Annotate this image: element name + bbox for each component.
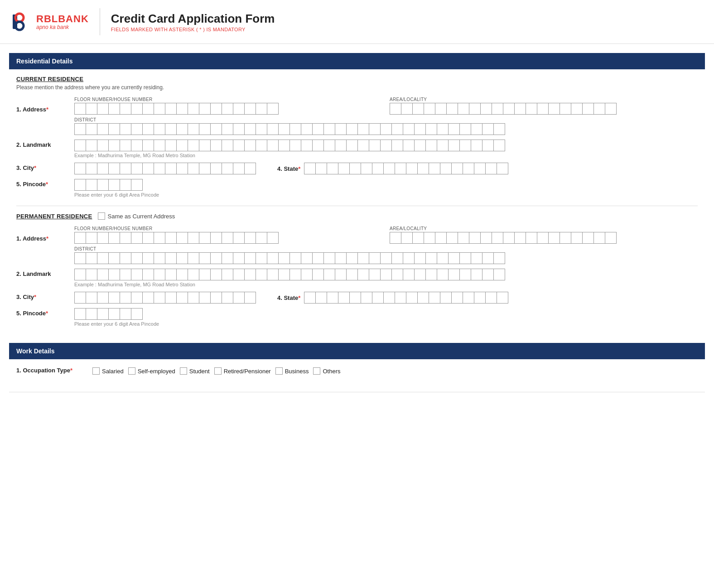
- char-box[interactable]: [74, 163, 86, 174]
- student-checkbox[interactable]: [180, 367, 187, 375]
- char-box[interactable]: [304, 292, 316, 304]
- char-box[interactable]: [154, 269, 165, 280]
- char-box[interactable]: [437, 123, 449, 135]
- char-box[interactable]: [560, 232, 571, 244]
- char-box[interactable]: [210, 163, 222, 174]
- char-box[interactable]: [188, 103, 199, 115]
- char-box[interactable]: [244, 292, 256, 304]
- current-pincode-boxes[interactable]: [74, 179, 159, 191]
- char-box[interactable]: [188, 252, 199, 264]
- char-box[interactable]: [233, 232, 245, 244]
- char-box[interactable]: [176, 103, 188, 115]
- char-box[interactable]: [131, 179, 143, 191]
- current-city-boxes[interactable]: [74, 163, 256, 174]
- occupation-option-others[interactable]: Others: [313, 367, 340, 375]
- char-box[interactable]: [514, 103, 526, 115]
- char-box[interactable]: [437, 252, 449, 264]
- char-box[interactable]: [482, 269, 494, 280]
- char-box[interactable]: [154, 123, 165, 135]
- char-box[interactable]: [131, 252, 143, 264]
- char-box[interactable]: [312, 123, 324, 135]
- char-box[interactable]: [417, 292, 429, 304]
- char-box[interactable]: [451, 292, 463, 304]
- char-box[interactable]: [471, 269, 482, 280]
- char-box[interactable]: [403, 252, 415, 264]
- char-box[interactable]: [361, 163, 372, 174]
- char-box[interactable]: [503, 232, 515, 244]
- char-box[interactable]: [346, 252, 358, 264]
- char-box[interactable]: [142, 269, 154, 280]
- char-box[interactable]: [369, 252, 381, 264]
- char-box[interactable]: [244, 269, 256, 280]
- char-box[interactable]: [412, 232, 424, 244]
- char-box[interactable]: [474, 163, 486, 174]
- char-box[interactable]: [244, 123, 256, 135]
- char-box[interactable]: [154, 163, 165, 174]
- char-box[interactable]: [199, 232, 211, 244]
- char-box[interactable]: [108, 103, 120, 115]
- char-box[interactable]: [463, 292, 474, 304]
- char-box[interactable]: [327, 163, 338, 174]
- char-box[interactable]: [97, 140, 109, 151]
- char-box[interactable]: [304, 163, 316, 174]
- char-box[interactable]: [154, 103, 165, 115]
- char-box[interactable]: [165, 140, 177, 151]
- char-box[interactable]: [514, 232, 526, 244]
- char-box[interactable]: [165, 269, 177, 280]
- char-box[interactable]: [74, 308, 86, 320]
- char-box[interactable]: [335, 269, 347, 280]
- char-box[interactable]: [131, 308, 143, 320]
- char-box[interactable]: [440, 163, 452, 174]
- char-box[interactable]: [142, 140, 154, 151]
- char-box[interactable]: [605, 103, 617, 115]
- char-box[interactable]: [459, 123, 471, 135]
- occupation-option-student[interactable]: Student: [180, 367, 210, 375]
- char-box[interactable]: [414, 140, 426, 151]
- char-box[interactable]: [97, 103, 109, 115]
- perm-city-boxes[interactable]: [74, 292, 256, 304]
- char-box[interactable]: [417, 163, 429, 174]
- char-box[interactable]: [278, 140, 290, 151]
- char-box[interactable]: [188, 292, 199, 304]
- char-box[interactable]: [323, 140, 335, 151]
- char-box[interactable]: [188, 269, 199, 280]
- char-box[interactable]: [165, 103, 177, 115]
- char-box[interactable]: [493, 269, 505, 280]
- char-box[interactable]: [401, 232, 413, 244]
- char-box[interactable]: [165, 163, 177, 174]
- char-box[interactable]: [188, 163, 199, 174]
- char-box[interactable]: [86, 179, 97, 191]
- char-box[interactable]: [323, 123, 335, 135]
- char-box[interactable]: [256, 269, 267, 280]
- char-box[interactable]: [446, 232, 458, 244]
- char-box[interactable]: [86, 163, 97, 174]
- char-box[interactable]: [154, 252, 165, 264]
- char-box[interactable]: [97, 179, 109, 191]
- char-box[interactable]: [369, 140, 381, 151]
- char-box[interactable]: [108, 252, 120, 264]
- char-box[interactable]: [267, 252, 279, 264]
- char-box[interactable]: [406, 163, 418, 174]
- char-box[interactable]: [315, 292, 327, 304]
- char-box[interactable]: [380, 140, 392, 151]
- char-box[interactable]: [451, 163, 463, 174]
- char-box[interactable]: [176, 123, 188, 135]
- char-box[interactable]: [97, 269, 109, 280]
- char-box[interactable]: [244, 140, 256, 151]
- char-box[interactable]: [131, 103, 143, 115]
- perm-area-boxes[interactable]: [390, 232, 698, 244]
- char-box[interactable]: [176, 140, 188, 151]
- char-box[interactable]: [199, 163, 211, 174]
- char-box[interactable]: [108, 140, 120, 151]
- char-box[interactable]: [493, 140, 505, 151]
- salaried-checkbox[interactable]: [92, 367, 100, 375]
- char-box[interactable]: [154, 232, 165, 244]
- char-box[interactable]: [267, 269, 279, 280]
- char-box[interactable]: [497, 292, 508, 304]
- char-box[interactable]: [335, 252, 347, 264]
- char-box[interactable]: [335, 123, 347, 135]
- char-box[interactable]: [383, 292, 395, 304]
- char-box[interactable]: [210, 103, 222, 115]
- perm-district-boxes[interactable]: [74, 252, 698, 264]
- char-box[interactable]: [86, 292, 97, 304]
